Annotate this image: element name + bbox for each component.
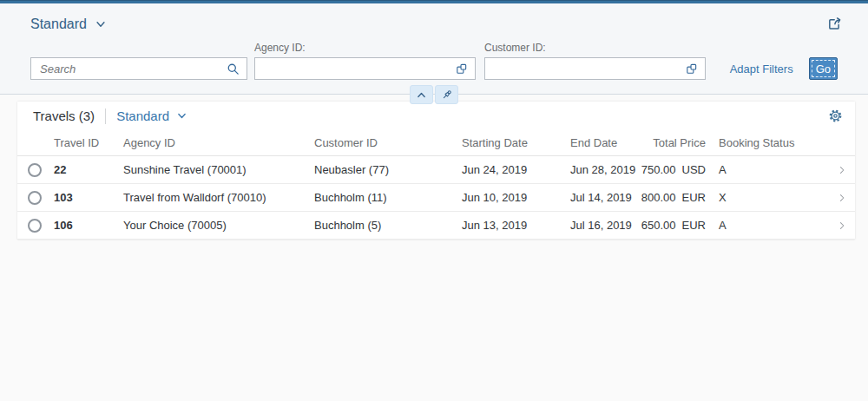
dynamic-page-header: Standard xyxy=(0,3,868,95)
table-row[interactable]: 106 Your Choice (70005) Buchholm (5) Jun… xyxy=(17,212,855,240)
column-header-customer-id: Customer ID xyxy=(312,136,460,149)
agency-id-label: Agency ID: xyxy=(254,42,476,54)
column-header-end-date: End Date xyxy=(569,136,638,149)
price-amount: 750.00 xyxy=(641,163,676,176)
chevron-down-icon xyxy=(176,110,187,122)
cell-starting-date: Jun 10, 2019 xyxy=(460,191,569,204)
cell-travel-id: 103 xyxy=(52,191,122,204)
chevron-down-icon xyxy=(95,18,107,30)
value-help-icon xyxy=(685,62,698,76)
column-header-starting-date: Starting Date xyxy=(460,136,569,149)
filter-actions: Adapt Filters Go xyxy=(730,57,838,80)
go-button[interactable]: Go xyxy=(809,57,838,80)
search-input-box xyxy=(30,57,247,80)
gear-icon xyxy=(828,108,843,123)
adapt-filters-button[interactable]: Adapt Filters xyxy=(730,62,793,76)
cell-agency-id: Your Choice (70005) xyxy=(122,219,312,232)
row-select-radio[interactable] xyxy=(28,163,42,177)
cell-agency-id: Travel from Walldorf (70010) xyxy=(122,191,312,204)
cell-total-price: 650.00 EUR xyxy=(638,219,707,232)
cell-booking-status: A xyxy=(707,219,829,232)
table-row[interactable]: 22 Sunshine Travel (70001) Neubasler (77… xyxy=(17,156,855,184)
value-help-icon xyxy=(455,62,468,76)
customer-id-label: Customer ID: xyxy=(484,42,706,54)
title-row: Standard xyxy=(0,3,868,38)
cell-booking-status: X xyxy=(707,191,829,204)
row-select-radio[interactable] xyxy=(28,219,42,233)
cell-total-price: 750.00 USD xyxy=(638,163,707,176)
table-variant-label: Standard xyxy=(116,108,169,123)
customer-id-input[interactable] xyxy=(494,62,683,76)
table-variant-selector[interactable]: Standard xyxy=(116,108,187,123)
page-variant-selector[interactable]: Standard xyxy=(30,16,107,32)
cell-customer-id: Buchholm (5) xyxy=(312,219,460,232)
travels-table: Travels (3) Standard xyxy=(17,102,855,240)
agency-id-value-help-button[interactable] xyxy=(453,62,470,76)
table-toolbar: Travels (3) Standard xyxy=(17,102,855,130)
cell-booking-status: A xyxy=(707,163,829,176)
price-currency: USD xyxy=(682,163,706,176)
customer-id-value-help-button[interactable] xyxy=(683,62,700,76)
price-amount: 650.00 xyxy=(641,219,676,232)
customer-id-field-group: Customer ID: xyxy=(484,42,706,80)
share-icon xyxy=(826,16,842,31)
cell-starting-date: Jun 24, 2019 xyxy=(460,163,569,176)
price-currency: EUR xyxy=(682,219,706,232)
cell-customer-id: Neubasler (77) xyxy=(312,163,460,176)
chevron-right-icon xyxy=(837,165,847,175)
column-header-total-price: Total Price xyxy=(638,136,707,149)
collapse-header-button[interactable] xyxy=(410,85,433,104)
table-settings-button[interactable] xyxy=(825,105,846,127)
chevron-right-icon xyxy=(837,193,847,203)
header-anchor-buttons xyxy=(410,85,458,104)
chevron-right-icon xyxy=(837,220,847,231)
pin-header-button[interactable] xyxy=(435,85,458,104)
search-field-group xyxy=(30,57,247,80)
chevron-up-icon xyxy=(416,89,427,101)
table-row[interactable]: 103 Travel from Walldorf (70010) Buchhol… xyxy=(17,184,855,212)
table-header-row: Travel ID Agency ID Customer ID Starting… xyxy=(17,130,855,156)
price-currency: EUR xyxy=(682,191,706,204)
cell-customer-id: Buchholm (11) xyxy=(312,191,460,204)
cell-end-date: Jul 16, 2019 xyxy=(569,219,638,232)
cell-total-price: 800.00 EUR xyxy=(638,191,707,204)
search-button[interactable] xyxy=(225,62,241,76)
cell-travel-id: 106 xyxy=(52,219,122,232)
cell-starting-date: Jun 13, 2019 xyxy=(460,219,569,232)
cell-travel-id: 22 xyxy=(52,163,122,176)
page-content: Travels (3) Standard xyxy=(0,95,868,240)
column-header-travel-id: Travel ID xyxy=(52,136,122,149)
table-title: Travels (3) xyxy=(33,108,95,123)
customer-id-input-box xyxy=(484,57,706,80)
page-title: Standard xyxy=(30,16,87,32)
column-header-agency-id: Agency ID xyxy=(122,136,312,149)
filter-bar: Agency ID: Customer ID: xyxy=(0,38,868,80)
cell-agency-id: Sunshine Travel (70001) xyxy=(122,163,312,176)
share-button[interactable] xyxy=(825,14,844,36)
toolbar-separator xyxy=(105,108,106,124)
search-icon xyxy=(227,62,240,76)
agency-id-input-box xyxy=(254,57,476,80)
agency-id-input[interactable] xyxy=(264,62,453,76)
cell-end-date: Jun 28, 2019 xyxy=(569,163,638,176)
cell-end-date: Jul 14, 2019 xyxy=(569,191,638,204)
pin-icon xyxy=(441,89,453,101)
row-select-radio[interactable] xyxy=(28,191,42,205)
agency-id-field-group: Agency ID: xyxy=(254,42,476,80)
search-input[interactable] xyxy=(40,62,225,76)
price-amount: 800.00 xyxy=(641,191,676,204)
column-header-booking-status: Booking Status xyxy=(707,136,829,149)
